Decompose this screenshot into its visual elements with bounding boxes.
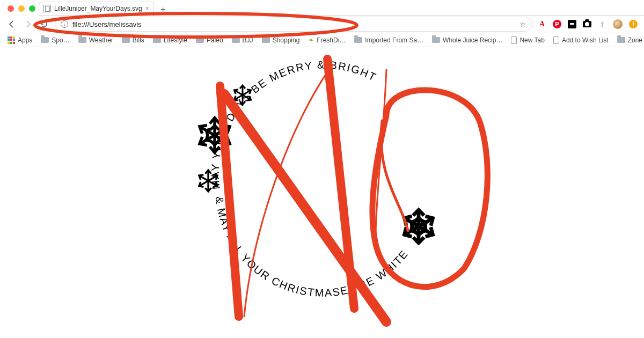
bookmark-link[interactable]: Add to Wish List [553,36,609,44]
forward-button[interactable] [23,19,33,30]
window-controls [8,5,35,12]
file-icon [43,5,51,12]
bookmark-label: Bills [133,36,144,44]
browser-toolbar: i file:///Users/melissavis ☆ A P f ! [0,16,644,33]
bookmark-folder[interactable]: Bills [122,36,144,44]
close-tab-icon[interactable]: × [145,5,149,12]
back-button[interactable] [6,19,17,30]
tab-strip: LilleJuniper_MayYourDays.svg × + [39,2,644,16]
minimize-window-icon[interactable] [18,5,25,12]
site-info-icon[interactable]: i [61,20,68,28]
folder-icon [41,37,49,43]
arrow-left-icon [8,20,16,28]
apps-grid-icon [8,36,15,44]
reload-button[interactable] [39,19,49,30]
folder-icon [122,37,130,43]
bookmark-label: Add to Wish List [562,36,609,44]
profile-avatar-icon[interactable] [613,19,623,29]
bookmark-label: New Tab [519,36,544,44]
arrow-right-icon [24,20,32,28]
bookmark-link[interactable]: New Tab [511,36,544,44]
pinterest-icon[interactable]: P [553,20,561,28]
bookmark-folder[interactable]: Zone [617,36,642,44]
svg-image: MAY YOUR DAYS BE MERRY & BRIGHT & MAY AL… [182,41,462,320]
page-viewport: MAY YOUR DAYS BE MERRY & BRIGHT & MAY AL… [0,47,644,338]
folder-icon [617,37,625,43]
bookmark-star-icon[interactable]: ☆ [519,20,526,28]
alert-badge-icon[interactable]: ! [629,20,638,28]
camera-icon[interactable] [583,21,591,27]
browser-tab[interactable]: LilleJuniper_MayYourDays.svg × [39,2,154,15]
page-icon [511,36,517,44]
apps-label: Apps [18,36,32,44]
url-text: file:///Users/melissavis [72,20,515,28]
bookmark-folder[interactable]: Spo… [41,36,69,44]
bookmark-folder[interactable]: Weather [78,36,113,44]
svg-point-21 [415,223,422,231]
extension-pocket-icon[interactable] [568,20,576,28]
reload-icon [40,20,48,28]
toolbar-extensions: A P f ! [538,19,638,29]
apps-button[interactable]: Apps [8,36,32,44]
tab-title: LilleJuniper_MayYourDays.svg [54,5,142,12]
bookmark-label: Spo… [52,36,69,44]
extension-a-icon[interactable]: A [538,20,546,28]
close-window-icon[interactable] [8,5,14,12]
folder-icon [78,37,86,43]
zoom-window-icon[interactable] [29,5,35,12]
facebook-icon[interactable]: f [598,20,606,28]
new-tab-button[interactable]: + [156,4,170,15]
bookmark-label: Zone [628,36,642,44]
address-bar[interactable]: i file:///Users/melissavis ☆ [55,17,532,32]
svg-top-arc-text: MAY YOUR DAYS BE MERRY & BRIGHT [209,59,379,190]
page-icon [553,36,559,44]
folder-icon [153,37,161,43]
svg-bottom-arc-text: & MAY ALL YOUR CHRISTMASES BE WHITE [214,196,411,299]
bookmark-label: Weather [89,36,113,44]
snowflake-icon [401,210,435,243]
